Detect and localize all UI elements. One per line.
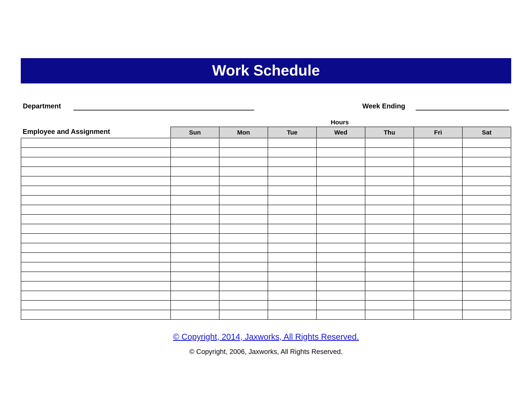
hours-cell[interactable] (365, 205, 414, 215)
hours-cell[interactable] (171, 281, 219, 291)
hours-cell[interactable] (219, 262, 268, 272)
hours-cell[interactable] (171, 195, 219, 205)
hours-cell[interactable] (365, 272, 414, 281)
hours-cell[interactable] (462, 176, 511, 186)
employee-cell[interactable] (21, 205, 171, 215)
hours-cell[interactable] (414, 301, 462, 310)
hours-cell[interactable] (365, 215, 414, 224)
employee-cell[interactable] (21, 147, 171, 157)
hours-cell[interactable] (268, 205, 317, 215)
hours-cell[interactable] (414, 272, 462, 281)
hours-cell[interactable] (219, 243, 268, 253)
hours-cell[interactable] (365, 176, 414, 186)
hours-cell[interactable] (268, 272, 317, 281)
hours-cell[interactable] (219, 272, 268, 281)
hours-cell[interactable] (414, 138, 462, 147)
hours-cell[interactable] (219, 253, 268, 262)
hours-cell[interactable] (414, 310, 462, 319)
hours-cell[interactable] (171, 147, 219, 157)
hours-cell[interactable] (317, 176, 365, 186)
copyright-link[interactable]: © Copyright, 2014, Jaxworks, All Rights … (173, 332, 359, 342)
hours-cell[interactable] (268, 176, 317, 186)
hours-cell[interactable] (414, 215, 462, 224)
hours-cell[interactable] (462, 147, 511, 157)
hours-cell[interactable] (317, 147, 365, 157)
hours-cell[interactable] (317, 224, 365, 233)
hours-cell[interactable] (462, 157, 511, 167)
hours-cell[interactable] (365, 310, 414, 319)
hours-cell[interactable] (268, 301, 317, 310)
hours-cell[interactable] (317, 310, 365, 319)
hours-cell[interactable] (414, 281, 462, 291)
hours-cell[interactable] (462, 215, 511, 224)
employee-cell[interactable] (21, 215, 171, 224)
hours-cell[interactable] (462, 310, 511, 319)
hours-cell[interactable] (462, 301, 511, 310)
hours-cell[interactable] (171, 243, 219, 253)
hours-cell[interactable] (365, 281, 414, 291)
hours-cell[interactable] (317, 215, 365, 224)
hours-cell[interactable] (414, 205, 462, 215)
hours-cell[interactable] (462, 205, 511, 215)
hours-cell[interactable] (268, 138, 317, 147)
hours-cell[interactable] (365, 291, 414, 301)
hours-cell[interactable] (365, 243, 414, 253)
hours-cell[interactable] (171, 224, 219, 233)
hours-cell[interactable] (171, 215, 219, 224)
hours-cell[interactable] (171, 253, 219, 262)
employee-cell[interactable] (21, 167, 171, 176)
employee-cell[interactable] (21, 310, 171, 319)
hours-cell[interactable] (365, 233, 414, 243)
hours-cell[interactable] (462, 195, 511, 205)
hours-cell[interactable] (317, 262, 365, 272)
hours-cell[interactable] (317, 272, 365, 281)
hours-cell[interactable] (462, 291, 511, 301)
hours-cell[interactable] (219, 291, 268, 301)
hours-cell[interactable] (317, 291, 365, 301)
hours-cell[interactable] (414, 195, 462, 205)
hours-cell[interactable] (317, 167, 365, 176)
hours-cell[interactable] (268, 224, 317, 233)
hours-cell[interactable] (317, 301, 365, 310)
employee-cell[interactable] (21, 243, 171, 253)
employee-cell[interactable] (21, 272, 171, 281)
hours-cell[interactable] (317, 157, 365, 167)
hours-cell[interactable] (414, 167, 462, 176)
hours-cell[interactable] (317, 195, 365, 205)
hours-cell[interactable] (317, 138, 365, 147)
hours-cell[interactable] (171, 138, 219, 147)
employee-cell[interactable] (21, 253, 171, 262)
hours-cell[interactable] (219, 157, 268, 167)
hours-cell[interactable] (171, 291, 219, 301)
hours-cell[interactable] (365, 253, 414, 262)
hours-cell[interactable] (462, 167, 511, 176)
hours-cell[interactable] (171, 157, 219, 167)
hours-cell[interactable] (219, 310, 268, 319)
hours-cell[interactable] (171, 272, 219, 281)
hours-cell[interactable] (268, 195, 317, 205)
hours-cell[interactable] (414, 186, 462, 195)
department-input-line[interactable] (73, 103, 254, 110)
hours-cell[interactable] (414, 262, 462, 272)
hours-cell[interactable] (219, 281, 268, 291)
hours-cell[interactable] (317, 233, 365, 243)
hours-cell[interactable] (268, 253, 317, 262)
hours-cell[interactable] (268, 310, 317, 319)
hours-cell[interactable] (219, 301, 268, 310)
hours-cell[interactable] (171, 176, 219, 186)
hours-cell[interactable] (365, 138, 414, 147)
hours-cell[interactable] (219, 215, 268, 224)
hours-cell[interactable] (365, 195, 414, 205)
hours-cell[interactable] (365, 167, 414, 176)
hours-cell[interactable] (219, 195, 268, 205)
hours-cell[interactable] (219, 233, 268, 243)
employee-cell[interactable] (21, 138, 171, 147)
hours-cell[interactable] (317, 281, 365, 291)
employee-cell[interactable] (21, 157, 171, 167)
hours-cell[interactable] (171, 205, 219, 215)
hours-cell[interactable] (219, 167, 268, 176)
hours-cell[interactable] (414, 253, 462, 262)
hours-cell[interactable] (317, 253, 365, 262)
hours-cell[interactable] (268, 167, 317, 176)
hours-cell[interactable] (462, 243, 511, 253)
